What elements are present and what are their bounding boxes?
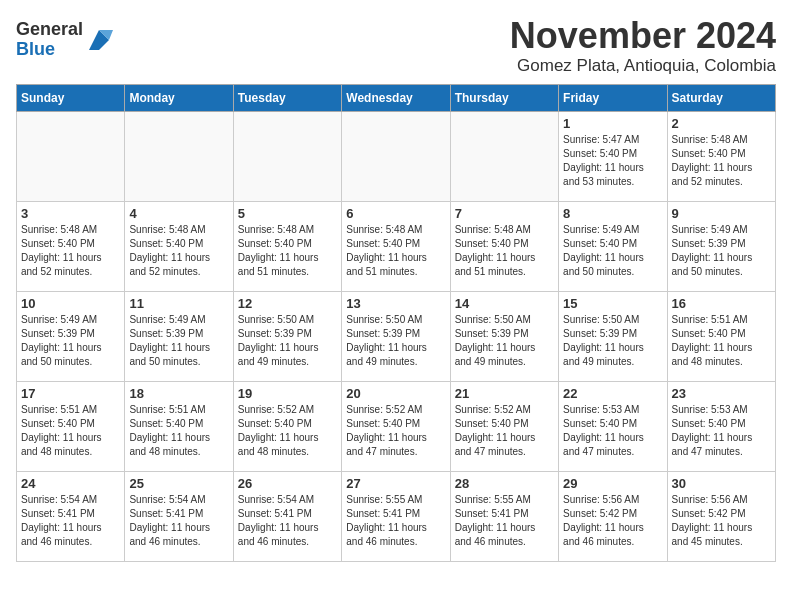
calendar-header-day: Sunday	[17, 84, 125, 111]
calendar-cell: 27Sunrise: 5:55 AM Sunset: 5:41 PM Dayli…	[342, 471, 450, 561]
day-number: 20	[346, 386, 445, 401]
logo-icon	[85, 26, 113, 54]
day-info: Sunrise: 5:56 AM Sunset: 5:42 PM Dayligh…	[563, 493, 662, 549]
day-number: 7	[455, 206, 554, 221]
day-info: Sunrise: 5:50 AM Sunset: 5:39 PM Dayligh…	[238, 313, 337, 369]
day-info: Sunrise: 5:50 AM Sunset: 5:39 PM Dayligh…	[455, 313, 554, 369]
day-info: Sunrise: 5:48 AM Sunset: 5:40 PM Dayligh…	[346, 223, 445, 279]
calendar-cell: 2Sunrise: 5:48 AM Sunset: 5:40 PM Daylig…	[667, 111, 775, 201]
calendar-cell	[125, 111, 233, 201]
day-number: 11	[129, 296, 228, 311]
calendar-header-row: SundayMondayTuesdayWednesdayThursdayFrid…	[17, 84, 776, 111]
calendar-body: 1Sunrise: 5:47 AM Sunset: 5:40 PM Daylig…	[17, 111, 776, 561]
calendar-cell: 8Sunrise: 5:49 AM Sunset: 5:40 PM Daylig…	[559, 201, 667, 291]
location-title: Gomez Plata, Antioquia, Colombia	[510, 56, 776, 76]
day-number: 12	[238, 296, 337, 311]
calendar-cell: 26Sunrise: 5:54 AM Sunset: 5:41 PM Dayli…	[233, 471, 341, 561]
calendar-header-day: Wednesday	[342, 84, 450, 111]
day-info: Sunrise: 5:49 AM Sunset: 5:40 PM Dayligh…	[563, 223, 662, 279]
day-number: 22	[563, 386, 662, 401]
calendar-cell	[233, 111, 341, 201]
calendar-cell	[342, 111, 450, 201]
calendar-cell: 1Sunrise: 5:47 AM Sunset: 5:40 PM Daylig…	[559, 111, 667, 201]
day-info: Sunrise: 5:48 AM Sunset: 5:40 PM Dayligh…	[455, 223, 554, 279]
day-number: 2	[672, 116, 771, 131]
day-number: 4	[129, 206, 228, 221]
calendar-cell: 18Sunrise: 5:51 AM Sunset: 5:40 PM Dayli…	[125, 381, 233, 471]
calendar-cell: 4Sunrise: 5:48 AM Sunset: 5:40 PM Daylig…	[125, 201, 233, 291]
calendar-cell: 3Sunrise: 5:48 AM Sunset: 5:40 PM Daylig…	[17, 201, 125, 291]
calendar-header-day: Thursday	[450, 84, 558, 111]
day-info: Sunrise: 5:50 AM Sunset: 5:39 PM Dayligh…	[346, 313, 445, 369]
header: General Blue November 2024 Gomez Plata, …	[16, 16, 776, 76]
calendar-cell: 23Sunrise: 5:53 AM Sunset: 5:40 PM Dayli…	[667, 381, 775, 471]
day-info: Sunrise: 5:49 AM Sunset: 5:39 PM Dayligh…	[672, 223, 771, 279]
day-number: 14	[455, 296, 554, 311]
day-number: 26	[238, 476, 337, 491]
day-number: 9	[672, 206, 771, 221]
day-info: Sunrise: 5:53 AM Sunset: 5:40 PM Dayligh…	[672, 403, 771, 459]
calendar-cell: 17Sunrise: 5:51 AM Sunset: 5:40 PM Dayli…	[17, 381, 125, 471]
calendar-cell: 9Sunrise: 5:49 AM Sunset: 5:39 PM Daylig…	[667, 201, 775, 291]
day-number: 13	[346, 296, 445, 311]
calendar-week-row: 1Sunrise: 5:47 AM Sunset: 5:40 PM Daylig…	[17, 111, 776, 201]
day-number: 6	[346, 206, 445, 221]
day-info: Sunrise: 5:55 AM Sunset: 5:41 PM Dayligh…	[346, 493, 445, 549]
day-info: Sunrise: 5:56 AM Sunset: 5:42 PM Dayligh…	[672, 493, 771, 549]
calendar-cell: 19Sunrise: 5:52 AM Sunset: 5:40 PM Dayli…	[233, 381, 341, 471]
day-number: 27	[346, 476, 445, 491]
day-info: Sunrise: 5:51 AM Sunset: 5:40 PM Dayligh…	[672, 313, 771, 369]
day-number: 18	[129, 386, 228, 401]
day-info: Sunrise: 5:54 AM Sunset: 5:41 PM Dayligh…	[238, 493, 337, 549]
calendar-cell: 25Sunrise: 5:54 AM Sunset: 5:41 PM Dayli…	[125, 471, 233, 561]
calendar-header-day: Saturday	[667, 84, 775, 111]
calendar-cell: 7Sunrise: 5:48 AM Sunset: 5:40 PM Daylig…	[450, 201, 558, 291]
day-info: Sunrise: 5:50 AM Sunset: 5:39 PM Dayligh…	[563, 313, 662, 369]
day-info: Sunrise: 5:53 AM Sunset: 5:40 PM Dayligh…	[563, 403, 662, 459]
calendar-cell: 10Sunrise: 5:49 AM Sunset: 5:39 PM Dayli…	[17, 291, 125, 381]
calendar-cell	[17, 111, 125, 201]
calendar-week-row: 10Sunrise: 5:49 AM Sunset: 5:39 PM Dayli…	[17, 291, 776, 381]
day-number: 19	[238, 386, 337, 401]
calendar-cell: 21Sunrise: 5:52 AM Sunset: 5:40 PM Dayli…	[450, 381, 558, 471]
calendar-cell: 30Sunrise: 5:56 AM Sunset: 5:42 PM Dayli…	[667, 471, 775, 561]
day-number: 1	[563, 116, 662, 131]
day-info: Sunrise: 5:54 AM Sunset: 5:41 PM Dayligh…	[21, 493, 120, 549]
logo-blue: Blue	[16, 40, 83, 60]
calendar-cell: 22Sunrise: 5:53 AM Sunset: 5:40 PM Dayli…	[559, 381, 667, 471]
calendar-cell: 5Sunrise: 5:48 AM Sunset: 5:40 PM Daylig…	[233, 201, 341, 291]
calendar-header-day: Friday	[559, 84, 667, 111]
day-info: Sunrise: 5:52 AM Sunset: 5:40 PM Dayligh…	[346, 403, 445, 459]
calendar-header-day: Monday	[125, 84, 233, 111]
calendar-week-row: 17Sunrise: 5:51 AM Sunset: 5:40 PM Dayli…	[17, 381, 776, 471]
day-info: Sunrise: 5:49 AM Sunset: 5:39 PM Dayligh…	[129, 313, 228, 369]
day-info: Sunrise: 5:48 AM Sunset: 5:40 PM Dayligh…	[238, 223, 337, 279]
month-title: November 2024	[510, 16, 776, 56]
day-info: Sunrise: 5:51 AM Sunset: 5:40 PM Dayligh…	[129, 403, 228, 459]
calendar-header-day: Tuesday	[233, 84, 341, 111]
day-info: Sunrise: 5:52 AM Sunset: 5:40 PM Dayligh…	[455, 403, 554, 459]
day-number: 30	[672, 476, 771, 491]
calendar-week-row: 24Sunrise: 5:54 AM Sunset: 5:41 PM Dayli…	[17, 471, 776, 561]
logo: General Blue	[16, 20, 113, 60]
day-info: Sunrise: 5:54 AM Sunset: 5:41 PM Dayligh…	[129, 493, 228, 549]
calendar-cell: 12Sunrise: 5:50 AM Sunset: 5:39 PM Dayli…	[233, 291, 341, 381]
day-number: 16	[672, 296, 771, 311]
calendar-cell: 29Sunrise: 5:56 AM Sunset: 5:42 PM Dayli…	[559, 471, 667, 561]
calendar-table: SundayMondayTuesdayWednesdayThursdayFrid…	[16, 84, 776, 562]
day-info: Sunrise: 5:48 AM Sunset: 5:40 PM Dayligh…	[129, 223, 228, 279]
calendar-cell: 14Sunrise: 5:50 AM Sunset: 5:39 PM Dayli…	[450, 291, 558, 381]
day-info: Sunrise: 5:51 AM Sunset: 5:40 PM Dayligh…	[21, 403, 120, 459]
day-number: 25	[129, 476, 228, 491]
day-number: 28	[455, 476, 554, 491]
day-info: Sunrise: 5:55 AM Sunset: 5:41 PM Dayligh…	[455, 493, 554, 549]
day-info: Sunrise: 5:47 AM Sunset: 5:40 PM Dayligh…	[563, 133, 662, 189]
calendar-cell: 13Sunrise: 5:50 AM Sunset: 5:39 PM Dayli…	[342, 291, 450, 381]
day-info: Sunrise: 5:48 AM Sunset: 5:40 PM Dayligh…	[672, 133, 771, 189]
calendar-cell: 20Sunrise: 5:52 AM Sunset: 5:40 PM Dayli…	[342, 381, 450, 471]
day-number: 5	[238, 206, 337, 221]
calendar-cell: 24Sunrise: 5:54 AM Sunset: 5:41 PM Dayli…	[17, 471, 125, 561]
day-number: 23	[672, 386, 771, 401]
calendar-cell: 28Sunrise: 5:55 AM Sunset: 5:41 PM Dayli…	[450, 471, 558, 561]
day-number: 24	[21, 476, 120, 491]
